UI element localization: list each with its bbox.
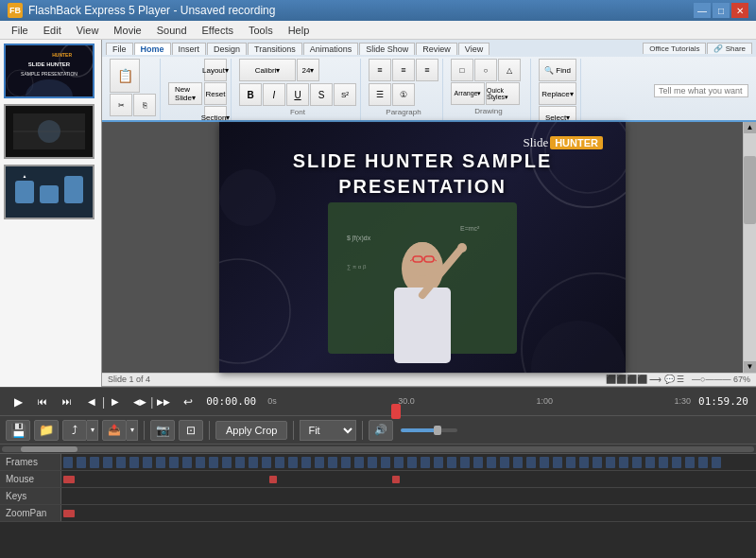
menu-edit[interactable]: Edit <box>36 23 69 38</box>
align-center[interactable]: ≡ <box>392 59 415 81</box>
scroll-thumb-h[interactable] <box>21 446 77 452</box>
find-btn[interactable]: 🔍 Find <box>539 59 576 81</box>
ribbon-tab-animations[interactable]: Animations <box>303 43 359 55</box>
horizontal-scrollbar[interactable] <box>0 444 756 453</box>
styles-btn[interactable]: Quick Styles▾ <box>486 82 520 105</box>
ribbon-tab-review[interactable]: Review <box>416 43 457 55</box>
ribbon-search-input[interactable] <box>654 84 748 97</box>
track-label-zoompan: ZoomPan <box>0 505 61 521</box>
ribbon-group-drawing: □ ○ △ Arrange▾ Quick Styles▾ Drawing <box>447 59 531 122</box>
paste-btn[interactable]: 📋 <box>110 59 140 93</box>
menu-movie[interactable]: Movie <box>106 23 148 38</box>
volume-button[interactable]: 🔊 <box>369 420 393 441</box>
svg-rect-54 <box>288 457 298 468</box>
italic-btn[interactable]: I <box>263 83 285 106</box>
volume-slider[interactable] <box>401 428 457 432</box>
menu-tools[interactable]: Tools <box>241 23 281 38</box>
skip-to-start-button[interactable]: ⏮ <box>32 392 53 412</box>
fit-zoom-select[interactable]: Fit 50% 75% 100% <box>300 420 356 441</box>
ribbon-tab-transitions[interactable]: Transitions <box>248 43 302 55</box>
scroll-down-btn[interactable]: ▼ <box>744 361 757 373</box>
svg-rect-66 <box>447 457 456 468</box>
slide-main-panel: File Home Insert Design Transitions Anim… <box>102 40 756 387</box>
ribbon-tab-file[interactable]: File <box>106 43 133 55</box>
ribbon-content: 📋 ✂ ⎘ Clipboard NewSlide▾ <box>102 57 756 122</box>
svg-rect-71 <box>513 457 523 468</box>
slide-thumb-1[interactable]: SLIDE HUNTER SAMPLE PRESENTATION HUNTER <box>4 44 94 98</box>
scroll-thumb[interactable] <box>744 156 756 224</box>
apply-crop-button[interactable]: Apply Crop <box>215 421 287 440</box>
slide-image: $ ∫f(x)dx E=mc² ∑ π α β <box>318 193 526 373</box>
shape-btn-1[interactable]: □ <box>451 59 473 81</box>
menu-view[interactable]: View <box>69 23 107 38</box>
export-dropdown[interactable]: ▾ <box>127 420 138 441</box>
ribbon-tab-view[interactable]: View <box>458 43 490 55</box>
screenshot-button[interactable]: 📷 <box>150 420 175 441</box>
svg-rect-60 <box>368 457 377 468</box>
ribbon-tab-share[interactable]: 🔗 Share <box>707 43 752 54</box>
font-select[interactable]: Calibri▾ <box>239 59 296 81</box>
menu-file[interactable]: File <box>4 23 36 38</box>
menu-help[interactable]: Help <box>281 23 318 38</box>
slow-play-button[interactable]: ◀▶ <box>129 392 150 412</box>
svg-rect-85 <box>698 457 708 468</box>
share-button[interactable]: ⤴ <box>62 420 87 441</box>
copy-btn[interactable]: ⎘ <box>133 94 156 116</box>
svg-point-18 <box>219 259 290 363</box>
volume-thumb[interactable] <box>434 426 441 435</box>
frame-controls: ◀ | ▶ <box>81 392 126 412</box>
cut-btn[interactable]: ✂ <box>110 94 132 116</box>
font-size[interactable]: 24▾ <box>297 59 319 81</box>
export-button[interactable]: 📤 <box>102 420 127 441</box>
close-button[interactable]: ✕ <box>731 3 748 18</box>
maximize-button[interactable]: □ <box>713 3 730 18</box>
play-button[interactable]: ▶ <box>8 392 28 412</box>
align-left[interactable]: ≡ <box>369 59 391 81</box>
new-slide-btn[interactable]: NewSlide▾ <box>168 82 202 105</box>
bold-btn[interactable]: B <box>239 83 262 106</box>
undo-button[interactable]: ↩ <box>178 392 198 412</box>
ribbon-tab-slideshow[interactable]: Slide Show <box>359 43 415 55</box>
prev-frame-button[interactable]: ◀ <box>81 392 102 412</box>
replace-btn[interactable]: Replace▾ <box>539 82 576 105</box>
timeline-playhead[interactable] <box>391 404 401 419</box>
menu-effects[interactable]: Effects <box>195 23 241 38</box>
strikethrough-btn[interactable]: S <box>310 83 333 106</box>
shadow-btn[interactable]: S² <box>334 83 356 106</box>
share-dropdown[interactable]: ▾ <box>87 420 98 441</box>
slide-vertical-scrollbar[interactable]: ▲ ▼ <box>743 122 756 373</box>
slide-thumb-2[interactable] <box>4 104 94 159</box>
numbering-btn[interactable]: ① <box>392 83 415 106</box>
section-btn[interactable]: Section▾ <box>204 106 227 122</box>
scroll-up-btn[interactable]: ▲ <box>744 122 757 133</box>
underline-btn[interactable]: U <box>286 83 309 106</box>
zoom-control[interactable]: —○——— 67% <box>692 375 750 384</box>
shape-btn-3[interactable]: △ <box>498 59 521 81</box>
layout-btn[interactable]: Layout▾ <box>204 59 227 81</box>
crop-button[interactable]: ⊡ <box>179 420 203 441</box>
align-right[interactable]: ≡ <box>416 59 438 81</box>
skip-to-end-button[interactable]: ⏭ <box>57 392 77 412</box>
next-frame-button[interactable]: ▶ <box>105 392 126 412</box>
ribbon-tab-tutorials[interactable]: Office Tutorials <box>643 43 706 54</box>
time-end-display: 01:59.20 <box>698 395 748 408</box>
open-button[interactable]: 📁 <box>34 420 59 441</box>
menu-sound[interactable]: Sound <box>149 23 195 38</box>
ribbon-tab-insert[interactable]: Insert <box>172 43 207 55</box>
ribbon-tab-home[interactable]: Home <box>134 43 171 55</box>
save-button[interactable]: 💾 <box>6 420 30 441</box>
fast-play-button[interactable]: ▶▶ <box>153 392 174 412</box>
select-btn[interactable]: Select▾ <box>539 106 576 122</box>
svg-rect-12 <box>15 181 34 203</box>
reset-btn[interactable]: Reset <box>204 82 227 105</box>
svg-text:E=mc²: E=mc² <box>460 225 480 232</box>
svg-rect-77 <box>593 457 602 468</box>
arrange-btn[interactable]: Arrange▾ <box>451 82 485 105</box>
title-controls[interactable]: — □ ✕ <box>694 3 748 18</box>
shape-btn-2[interactable]: ○ <box>474 59 497 81</box>
slide-thumb-3[interactable]: ▲ <box>4 165 94 219</box>
ribbon-tab-design[interactable]: Design <box>207 43 247 55</box>
track-content-keys <box>61 488 756 504</box>
minimize-button[interactable]: — <box>694 3 711 18</box>
bullets-btn[interactable]: ☰ <box>369 83 391 106</box>
